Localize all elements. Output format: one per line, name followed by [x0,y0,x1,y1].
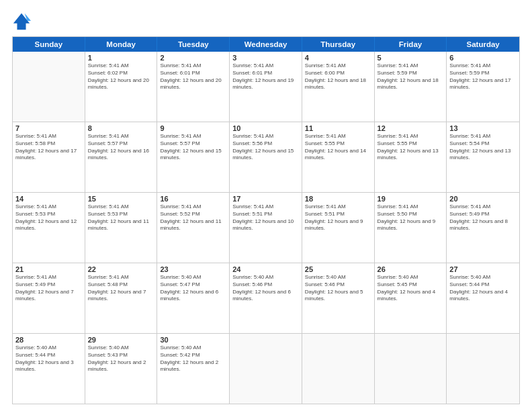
cell-info: Sunrise: 5:41 AM Sunset: 5:51 PM Dayligh… [305,203,371,232]
day-number: 19 [378,195,444,203]
header-day-thursday: Thursday [302,37,375,52]
calendar-cell: 13Sunrise: 5:41 AM Sunset: 5:54 PM Dayli… [447,122,519,192]
cell-info: Sunrise: 5:41 AM Sunset: 5:53 PM Dayligh… [88,203,154,232]
cell-info: Sunrise: 5:41 AM Sunset: 6:01 PM Dayligh… [160,62,226,91]
cell-info: Sunrise: 5:41 AM Sunset: 5:59 PM Dayligh… [449,62,517,91]
header-day-tuesday: Tuesday [157,37,230,52]
day-number: 14 [15,195,82,203]
cell-info: Sunrise: 5:41 AM Sunset: 6:01 PM Dayligh… [232,62,299,91]
cell-info: Sunrise: 5:41 AM Sunset: 5:57 PM Dayligh… [160,133,226,162]
calendar: SundayMondayTuesdayWednesdayThursdayFrid… [12,36,520,404]
cell-info: Sunrise: 5:40 AM Sunset: 5:42 PM Dayligh… [160,345,226,373]
day-number: 11 [305,124,371,132]
svg-marker-0 [13,13,30,30]
header [12,12,520,31]
cell-info: Sunrise: 5:41 AM Sunset: 5:59 PM Dayligh… [378,62,444,91]
day-number: 16 [160,195,226,203]
cell-info: Sunrise: 5:41 AM Sunset: 5:58 PM Dayligh… [15,133,82,162]
cell-info: Sunrise: 5:41 AM Sunset: 6:02 PM Dayligh… [88,62,154,91]
cell-info: Sunrise: 5:41 AM Sunset: 5:49 PM Dayligh… [15,274,82,303]
day-number: 25 [305,265,371,273]
day-number: 23 [160,265,226,273]
header-day-saturday: Saturday [447,37,519,52]
calendar-cell: 27Sunrise: 5:40 AM Sunset: 5:44 PM Dayli… [447,263,519,333]
calendar-week-2: 7Sunrise: 5:41 AM Sunset: 5:58 PM Daylig… [13,122,519,192]
day-number: 12 [378,124,444,132]
calendar-cell: 5Sunrise: 5:41 AM Sunset: 5:59 PM Daylig… [375,52,447,122]
calendar-cell [375,334,447,404]
calendar-cell: 17Sunrise: 5:41 AM Sunset: 5:51 PM Dayli… [230,193,302,263]
calendar-cell: 6Sunrise: 5:41 AM Sunset: 5:59 PM Daylig… [447,52,519,122]
calendar-cell: 24Sunrise: 5:40 AM Sunset: 5:46 PM Dayli… [230,263,302,333]
cell-info: Sunrise: 5:40 AM Sunset: 5:46 PM Dayligh… [232,274,299,303]
day-number: 8 [88,124,154,132]
cell-info: Sunrise: 5:40 AM Sunset: 5:44 PM Dayligh… [449,274,517,303]
cell-info: Sunrise: 5:40 AM Sunset: 5:43 PM Dayligh… [88,345,154,373]
day-number: 17 [232,195,299,203]
day-number: 15 [88,195,154,203]
calendar-cell: 3Sunrise: 5:41 AM Sunset: 6:01 PM Daylig… [230,52,302,122]
calendar-week-5: 28Sunrise: 5:40 AM Sunset: 5:44 PM Dayli… [13,333,519,404]
day-number: 13 [449,124,517,132]
header-day-monday: Monday [85,37,158,52]
calendar-week-4: 21Sunrise: 5:41 AM Sunset: 5:49 PM Dayli… [13,263,519,333]
day-number: 26 [378,265,444,273]
page: SundayMondayTuesdayWednesdayThursdayFrid… [0,0,532,411]
header-day-wednesday: Wednesday [230,37,302,52]
calendar-cell: 8Sunrise: 5:41 AM Sunset: 5:57 PM Daylig… [85,122,158,192]
calendar-header-row: SundayMondayTuesdayWednesdayThursdayFrid… [13,37,519,52]
cell-info: Sunrise: 5:40 AM Sunset: 5:46 PM Dayligh… [305,274,371,303]
cell-info: Sunrise: 5:41 AM Sunset: 5:48 PM Dayligh… [88,274,154,303]
logo-icon [12,12,31,31]
calendar-cell: 18Sunrise: 5:41 AM Sunset: 5:51 PM Dayli… [302,193,375,263]
day-number: 5 [378,54,444,62]
cell-info: Sunrise: 5:41 AM Sunset: 5:54 PM Dayligh… [449,133,517,162]
day-number: 2 [160,54,226,62]
day-number: 27 [449,265,517,273]
cell-info: Sunrise: 5:41 AM Sunset: 5:52 PM Dayligh… [160,203,226,232]
day-number: 4 [305,54,371,62]
day-number: 10 [232,124,299,132]
calendar-cell: 20Sunrise: 5:41 AM Sunset: 5:49 PM Dayli… [447,193,519,263]
calendar-cell: 21Sunrise: 5:41 AM Sunset: 5:49 PM Dayli… [13,263,85,333]
cell-info: Sunrise: 5:41 AM Sunset: 5:55 PM Dayligh… [305,133,371,162]
day-number: 9 [160,124,226,132]
cell-info: Sunrise: 5:41 AM Sunset: 5:51 PM Dayligh… [232,203,299,232]
calendar-cell: 30Sunrise: 5:40 AM Sunset: 5:42 PM Dayli… [157,334,230,404]
header-day-sunday: Sunday [13,37,85,52]
day-number: 30 [160,336,226,344]
cell-info: Sunrise: 5:40 AM Sunset: 5:44 PM Dayligh… [15,345,82,373]
calendar-cell: 26Sunrise: 5:40 AM Sunset: 5:45 PM Dayli… [375,263,447,333]
calendar-cell: 4Sunrise: 5:41 AM Sunset: 6:00 PM Daylig… [302,52,375,122]
calendar-cell: 29Sunrise: 5:40 AM Sunset: 5:43 PM Dayli… [85,334,158,404]
day-number: 20 [449,195,517,203]
calendar-cell: 9Sunrise: 5:41 AM Sunset: 5:57 PM Daylig… [157,122,230,192]
calendar-cell: 11Sunrise: 5:41 AM Sunset: 5:55 PM Dayli… [302,122,375,192]
cell-info: Sunrise: 5:41 AM Sunset: 6:00 PM Dayligh… [305,62,371,91]
calendar-cell: 2Sunrise: 5:41 AM Sunset: 6:01 PM Daylig… [157,52,230,122]
day-number: 1 [88,54,154,62]
calendar-cell [230,334,302,404]
day-number: 21 [15,265,82,273]
calendar-cell [13,52,85,122]
day-number: 24 [232,265,299,273]
calendar-cell: 7Sunrise: 5:41 AM Sunset: 5:58 PM Daylig… [13,122,85,192]
calendar-cell: 25Sunrise: 5:40 AM Sunset: 5:46 PM Dayli… [302,263,375,333]
calendar-cell: 10Sunrise: 5:41 AM Sunset: 5:56 PM Dayli… [230,122,302,192]
cell-info: Sunrise: 5:41 AM Sunset: 5:50 PM Dayligh… [378,203,444,232]
cell-info: Sunrise: 5:41 AM Sunset: 5:53 PM Dayligh… [15,203,82,232]
header-day-friday: Friday [375,37,447,52]
day-number: 7 [15,124,82,132]
calendar-cell: 14Sunrise: 5:41 AM Sunset: 5:53 PM Dayli… [13,193,85,263]
cell-info: Sunrise: 5:41 AM Sunset: 5:57 PM Dayligh… [88,133,154,162]
calendar-week-1: 1Sunrise: 5:41 AM Sunset: 6:02 PM Daylig… [13,52,519,122]
calendar-cell: 19Sunrise: 5:41 AM Sunset: 5:50 PM Dayli… [375,193,447,263]
day-number: 18 [305,195,371,203]
cell-info: Sunrise: 5:41 AM Sunset: 5:56 PM Dayligh… [232,133,299,162]
calendar-cell: 12Sunrise: 5:41 AM Sunset: 5:55 PM Dayli… [375,122,447,192]
cell-info: Sunrise: 5:40 AM Sunset: 5:45 PM Dayligh… [378,274,444,303]
calendar-cell [447,334,519,404]
day-number: 28 [15,336,82,344]
day-number: 3 [232,54,299,62]
cell-info: Sunrise: 5:40 AM Sunset: 5:47 PM Dayligh… [160,274,226,303]
